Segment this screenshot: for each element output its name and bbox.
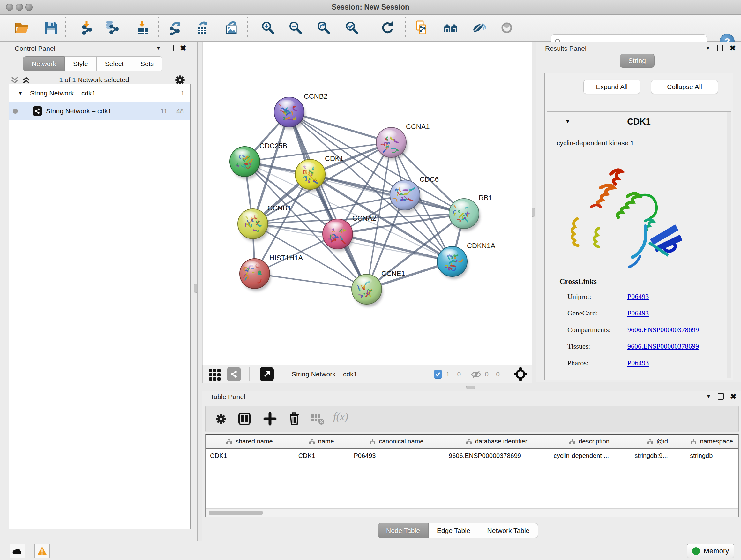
crosslink-link[interactable]: 9606.ENSP00000378699: [627, 342, 699, 351]
show-columns-icon[interactable]: [238, 412, 252, 426]
collection-expander-icon[interactable]: ▼: [18, 90, 23, 96]
selected-checkbox-icon[interactable]: [434, 370, 442, 379]
column-header-shared-name[interactable]: shared name: [205, 435, 294, 448]
results-panel-close-icon[interactable]: ✖: [730, 45, 736, 51]
control-panel-float-icon[interactable]: [167, 45, 174, 51]
hide-selected-icon[interactable]: [471, 20, 486, 36]
grid-view-icon[interactable]: [208, 367, 222, 381]
table-cell[interactable]: cyclin-dependent ...: [549, 449, 630, 462]
pan-target-icon[interactable]: [514, 367, 528, 381]
birdseye-view-icon[interactable]: [260, 367, 274, 381]
open-session-icon[interactable]: [14, 20, 29, 36]
network-collection-row[interactable]: ▼ String Network – cdk1 1: [9, 84, 190, 102]
horizontal-splitter-handle[interactable]: [466, 386, 475, 389]
column-header-name[interactable]: name: [294, 435, 349, 448]
crosslink-label: GeneCard:: [567, 309, 598, 317]
node-label-cdc25b[interactable]: CDC25B: [259, 142, 287, 150]
table-cell[interactable]: P06493: [349, 449, 444, 462]
clone-network-icon[interactable]: [414, 20, 429, 36]
node-label-ccnb1[interactable]: CCNB1: [267, 204, 291, 212]
zoom-in-icon[interactable]: [260, 20, 276, 36]
control-panel-close-icon[interactable]: ✖: [180, 45, 186, 51]
column-header-database-identifier[interactable]: database identifier: [444, 435, 549, 448]
import-network-database-icon[interactable]: [105, 20, 120, 36]
network-canvas[interactable]: CCNB2CCNA1CDC25BCDK1CDC6RB1CCNB1CCNA2CDK…: [202, 42, 532, 365]
toolbar-separator: [158, 17, 158, 38]
tab-style[interactable]: Style: [65, 56, 97, 71]
node-label-ccna1[interactable]: CCNA1: [406, 123, 430, 131]
export-table-icon[interactable]: [196, 20, 211, 36]
collapse-all-button[interactable]: Collapse All: [651, 80, 718, 94]
collapse-all-icon[interactable]: [10, 76, 19, 84]
warning-icon: [37, 546, 48, 556]
table-panel-menu-icon[interactable]: ▼: [706, 393, 711, 400]
export-network-icon[interactable]: [168, 20, 184, 36]
left-splitter-handle[interactable]: [194, 284, 197, 293]
crosslink-link[interactable]: P06493: [627, 309, 649, 317]
show-all-icon[interactable]: [499, 20, 515, 36]
table-cell[interactable]: stringdb:9...: [630, 449, 685, 462]
memory-status-dot-icon: [692, 547, 700, 555]
import-table-icon[interactable]: [135, 20, 150, 36]
node-label-rb1[interactable]: RB1: [479, 194, 492, 202]
zoom-fit-icon[interactable]: [316, 20, 331, 36]
save-session-icon[interactable]: [44, 20, 59, 36]
node-label-cdc6[interactable]: CDC6: [420, 175, 439, 183]
tab-network-table[interactable]: Network Table: [479, 523, 538, 538]
results-scrollbar[interactable]: [727, 112, 731, 378]
table-cell[interactable]: stringdb: [685, 449, 738, 462]
table-cell[interactable]: CDK1: [205, 449, 294, 462]
crosslink-label: Pharos:: [567, 359, 589, 367]
network-view-toolbar: String Network – cdk1 1 – 0 0 – 0: [202, 365, 532, 383]
table-cell[interactable]: CDK1: [294, 449, 349, 462]
memory-button[interactable]: Memory: [687, 544, 734, 558]
cloud-button[interactable]: [10, 544, 25, 558]
tab-edge-table[interactable]: Edge Table: [428, 523, 479, 538]
import-network-file-icon[interactable]: [80, 20, 95, 36]
zoom-out-icon[interactable]: [288, 20, 303, 36]
node-label-cdkn1a[interactable]: CDKN1A: [467, 242, 495, 250]
node-label-cdk1[interactable]: CDK1: [325, 154, 344, 163]
network-row-selected[interactable]: String Network – cdk1 11 48: [9, 102, 190, 120]
table-panel-title: Table Panel: [210, 393, 246, 401]
column-header-canonical-name[interactable]: canonical name: [349, 435, 444, 448]
node-label-ccnb2[interactable]: CCNB2: [304, 92, 328, 100]
node-label-ccne1[interactable]: CCNE1: [381, 269, 405, 277]
column-header-namespace[interactable]: namespace: [685, 435, 738, 448]
results-panel-float-icon[interactable]: [717, 45, 723, 51]
tab-select[interactable]: Select: [97, 56, 132, 71]
crosslink-row: Tissues:9606.ENSP00000378699: [547, 339, 731, 356]
node-label-hist1h1a[interactable]: HIST1H1A: [269, 254, 303, 262]
delete-column-icon[interactable]: [287, 411, 301, 426]
refresh-view-icon[interactable]: [380, 20, 395, 36]
table-gear-icon[interactable]: [214, 413, 227, 425]
table-panel-float-icon[interactable]: [718, 393, 724, 400]
collection-label: String Network – cdk1: [30, 89, 95, 97]
tab-string[interactable]: String: [620, 54, 655, 68]
first-neighbors-icon[interactable]: [443, 20, 458, 36]
tab-node-table[interactable]: Node Table: [378, 523, 428, 538]
column-header--id[interactable]: @id: [630, 435, 685, 448]
results-panel-menu-icon[interactable]: ▼: [705, 45, 711, 51]
right-splitter-handle[interactable]: [532, 207, 535, 217]
node-label-ccna2[interactable]: CCNA2: [352, 214, 376, 222]
add-column-icon[interactable]: [263, 412, 277, 426]
column-header-description[interactable]: description: [549, 435, 630, 448]
expand-all-button[interactable]: Expand All: [583, 80, 640, 94]
table-row[interactable]: CDK1CDK1P064939606.ENSP00000378699cyclin…: [205, 449, 738, 462]
expand-all-icon[interactable]: [22, 76, 30, 84]
crosslink-link[interactable]: P06493: [627, 293, 649, 301]
control-panel-menu-icon[interactable]: ▼: [156, 45, 161, 51]
crosslink-link[interactable]: P06493: [627, 359, 649, 367]
export-image-icon[interactable]: [224, 20, 239, 36]
string-view-icon[interactable]: [227, 367, 241, 381]
table-cell[interactable]: 9606.ENSP00000378699: [444, 449, 549, 462]
table-hscroll-thumb[interactable]: [209, 510, 263, 515]
table-hscrollbar[interactable]: [205, 508, 738, 517]
tab-network[interactable]: Network: [23, 56, 65, 71]
zoom-selected-icon[interactable]: [344, 20, 360, 36]
warnings-button[interactable]: [35, 544, 50, 558]
crosslink-link[interactable]: 9606.ENSP00000378699: [627, 326, 699, 334]
tab-sets[interactable]: Sets: [132, 56, 162, 71]
table-panel-close-icon[interactable]: ✖: [730, 393, 737, 400]
